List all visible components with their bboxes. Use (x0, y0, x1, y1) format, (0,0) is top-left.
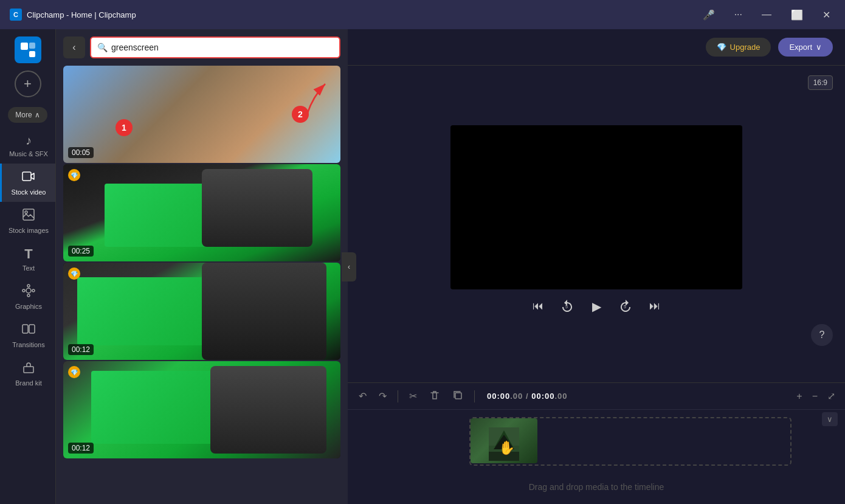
diamond-icon: 💎 (717, 43, 726, 52)
close-icon[interactable]: ✕ (818, 7, 835, 23)
minimize-icon[interactable]: — (757, 7, 776, 22)
question-mark-icon: ? (819, 330, 825, 340)
zoom-in-button[interactable]: + (794, 388, 804, 404)
svg-rect-11 (22, 325, 28, 333)
sidebar-item-graphics[interactable]: Graphics (0, 278, 55, 316)
panel-header: ‹ 🔍 (56, 29, 348, 63)
svg-point-10 (32, 289, 35, 292)
search-input[interactable] (111, 43, 333, 52)
timeline-area: ↶ ↷ ✂ 00:00.00 / (348, 382, 845, 504)
more-button[interactable]: More ∧ (8, 107, 47, 123)
svg-rect-2 (29, 43, 35, 49)
sidebar-item-brand[interactable]: Brand kit (0, 354, 55, 393)
search-icon: 🔍 (97, 43, 108, 52)
sidebar-item-stock-video[interactable]: Stock video (0, 164, 55, 202)
svg-rect-12 (29, 325, 35, 333)
sidebar-label-graphics: Graphics (15, 303, 42, 310)
toolbar-divider-1 (398, 390, 398, 402)
help-button[interactable]: ? (811, 324, 833, 346)
transitions-icon (22, 322, 35, 339)
sidebar-item-text[interactable]: T Text (0, 240, 55, 278)
search-box: 🔍 (90, 36, 340, 58)
sidebar-label-stock-video: Stock video (12, 188, 46, 196)
zoom-out-button[interactable]: − (810, 388, 820, 404)
microphone-icon[interactable]: 🎤 (698, 7, 720, 23)
stock-images-icon (22, 208, 35, 224)
svg-point-6 (26, 288, 31, 293)
video-duration-1: 00:05 (68, 147, 94, 158)
video-duration-4: 00:12 (68, 443, 94, 454)
add-button[interactable]: + (15, 71, 41, 97)
grab-cursor-icon: ✋ (498, 440, 515, 456)
brand-icon (22, 361, 35, 377)
sidebar-item-music-sfx[interactable]: ♪ Music & SFX (0, 128, 55, 164)
export-label: Export (789, 43, 812, 52)
play-button[interactable]: ▶ (587, 297, 606, 316)
svg-point-9 (22, 289, 25, 292)
sidebar-item-transitions[interactable]: Transitions (0, 316, 55, 354)
titlebar-controls: 🎤 ··· — ⬜ ✕ (698, 7, 835, 23)
graphics-icon (22, 284, 35, 300)
annotation-1: 1 (116, 119, 133, 136)
copy-button[interactable] (449, 387, 467, 406)
timeline-chevron-button[interactable]: ∨ (822, 412, 838, 426)
toolbar-divider-2 (474, 390, 475, 402)
video-thumb-2[interactable]: 💎 00:25 (63, 164, 340, 261)
svg-point-7 (27, 285, 30, 287)
sidebar-item-stock-images[interactable]: Stock images (0, 202, 55, 240)
music-icon: ♪ (26, 134, 32, 148)
svg-point-5 (25, 211, 27, 213)
annotation-2-container: 2 (277, 78, 337, 123)
forward-5s-button[interactable]: 5 (616, 297, 635, 316)
sidebar-label-music: Music & SFX (9, 150, 48, 157)
top-bar: 💎 Upgrade Export ∨ (348, 29, 845, 66)
premium-badge-4: 💎 (68, 366, 80, 378)
expand-timeline-button[interactable]: ⤢ (825, 388, 838, 404)
svg-rect-0 (21, 43, 28, 50)
panel-collapse-button[interactable]: ‹ (342, 252, 356, 281)
chevron-down-icon: ∨ (816, 43, 822, 52)
video-duration-3: 00:12 (68, 344, 94, 355)
video-duration-2: 00:25 (68, 246, 94, 257)
svg-text:5: 5 (624, 305, 626, 309)
premium-badge-2: 💎 (68, 169, 80, 181)
video-preview (450, 125, 742, 289)
back-button[interactable]: ‹ (63, 36, 85, 58)
video-thumb-4[interactable]: 💎 00:12 (63, 361, 340, 458)
app-logo: C (10, 9, 22, 21)
window-title: Clipchamp - Home | Clipchamp (27, 10, 136, 19)
video-thumb-3[interactable]: 💎 00:12 (63, 263, 340, 360)
sidebar-logo (15, 36, 41, 63)
cut-button[interactable]: ✂ (405, 388, 421, 404)
titlebar-left: C Clipchamp - Home | Clipchamp (10, 9, 136, 21)
delete-button[interactable] (426, 387, 444, 406)
export-button[interactable]: Export ∨ (778, 38, 833, 57)
svg-point-8 (27, 294, 30, 297)
redo-button[interactable]: ↷ (375, 388, 390, 404)
upgrade-button[interactable]: 💎 Upgrade (706, 38, 771, 57)
maximize-icon[interactable]: ⬜ (786, 7, 808, 23)
annotation-2: 2 (292, 106, 309, 123)
svg-rect-3 (22, 172, 31, 181)
svg-rect-4 (23, 209, 34, 220)
undo-button[interactable]: ↶ (355, 388, 370, 404)
main-content: + More ∧ ♪ Music & SFX Stock video (0, 29, 845, 504)
more-options-icon[interactable]: ··· (729, 7, 747, 22)
upgrade-label: Upgrade (730, 43, 760, 52)
current-time: 00:00 (487, 392, 510, 401)
timeline-toolbar: ↶ ↷ ✂ 00:00.00 / (348, 383, 845, 410)
sidebar-label-brand: Brand kit (15, 379, 41, 387)
skip-to-end-button[interactable]: ⏭ (645, 297, 664, 316)
more-label: More (15, 111, 32, 119)
sidebar-label-text: Text (22, 264, 35, 272)
premium-badge-3: 💎 (68, 268, 80, 280)
aspect-ratio-badge: 16:9 (808, 75, 833, 90)
svg-text:5: 5 (565, 305, 568, 309)
sidebar-label-stock-images: Stock images (9, 227, 49, 234)
skip-to-start-button[interactable]: ⏮ (528, 297, 548, 316)
stock-video-icon (22, 170, 35, 186)
chevron-up-icon: ∧ (35, 111, 40, 119)
svg-rect-16 (455, 393, 461, 399)
timecode-display: 00:00.00 / 00:00.00 (487, 392, 568, 401)
rewind-5s-button[interactable]: 5 (557, 297, 577, 316)
